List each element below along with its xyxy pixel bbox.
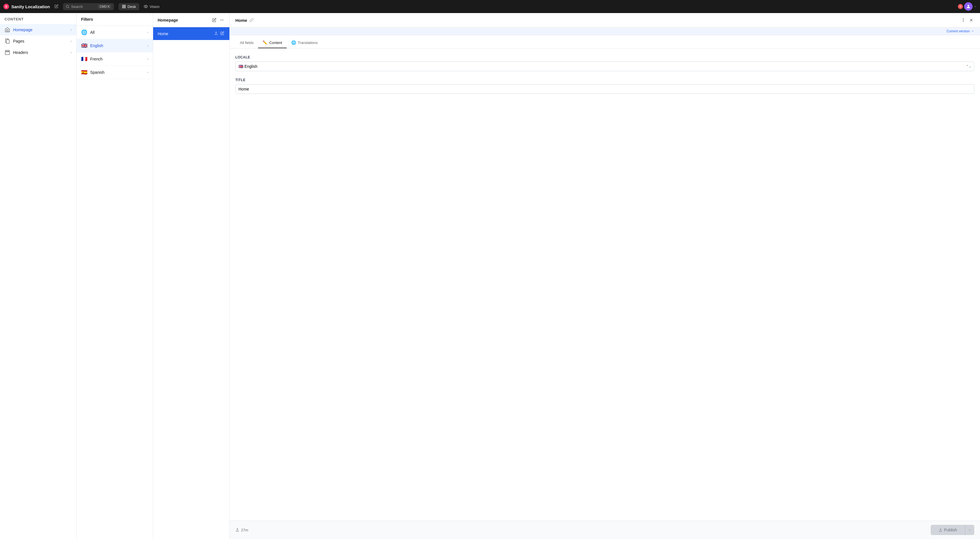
main-layout: Content Homepage › Pages › Headers › Fil… xyxy=(0,13,980,539)
edit-icon-button[interactable] xyxy=(53,3,60,10)
filter-english-label: English xyxy=(90,43,144,48)
editor-header: Home xyxy=(230,13,980,27)
doc-home-label: Home xyxy=(158,32,211,36)
tab-vision[interactable]: Vision xyxy=(140,3,163,10)
sidebar-item-homepage[interactable]: Homepage › xyxy=(0,24,76,35)
sidebar-headers-label: Headers xyxy=(13,50,68,55)
doc-list-more-button[interactable] xyxy=(219,17,225,23)
filter-item-spanish[interactable]: 🇪🇸 Spanish › xyxy=(76,66,153,79)
editor-form: Locale 🇬🇧 English 🇫🇷 French 🇪🇸 Spanish ⌃… xyxy=(230,48,980,521)
doc-publish-icon-button[interactable] xyxy=(213,30,219,37)
editor-footer: 27m Publish xyxy=(230,521,980,539)
more-vertical-icon xyxy=(961,18,966,22)
flag-french: 🇫🇷 xyxy=(81,56,88,62)
sanity-logo-icon: S xyxy=(3,4,9,10)
editor-panel: Home Current version All fields ✏️ xyxy=(230,13,980,539)
filter-french-chevron: › xyxy=(147,57,148,61)
flag-english: 🇬🇧 xyxy=(81,43,88,49)
editor-close-button[interactable] xyxy=(968,17,974,23)
filter-item-english[interactable]: 🇬🇧 English › xyxy=(76,39,153,53)
notification-avatar[interactable]: 0 xyxy=(958,2,977,11)
sidebar-pages-label: Pages xyxy=(13,39,68,43)
search-placeholder: Search xyxy=(71,5,83,9)
topnav-right: 0 xyxy=(958,2,977,11)
editor-header-actions xyxy=(960,17,974,23)
svg-point-14 xyxy=(221,19,222,21)
chevron-up-icon xyxy=(971,30,974,33)
doc-list-actions xyxy=(211,17,225,23)
version-label: Current version xyxy=(947,29,970,33)
document-list-panel: Homepage Home xyxy=(153,13,230,539)
svg-point-18 xyxy=(963,21,964,22)
chevron-down-publish-icon xyxy=(968,528,972,532)
filter-item-french[interactable]: 🇫🇷 French › xyxy=(76,53,153,66)
close-icon xyxy=(969,18,974,22)
sidebar-pages-chevron: › xyxy=(71,39,72,43)
filter-french-label: French xyxy=(90,57,144,61)
publish-arrow-button[interactable] xyxy=(965,525,974,535)
svg-point-15 xyxy=(223,19,224,21)
pages-icon xyxy=(5,38,10,44)
locale-select[interactable]: 🇬🇧 English 🇫🇷 French 🇪🇸 Spanish xyxy=(235,62,974,71)
publish-button-group: Publish xyxy=(931,525,974,535)
locale-select-wrapper: 🇬🇧 English 🇫🇷 French 🇪🇸 Spanish ⌃⌄ xyxy=(235,62,974,71)
tab-desk[interactable]: Desk xyxy=(119,3,140,10)
tab-all-fields-label: All fields xyxy=(240,41,253,45)
doc-item-home[interactable]: Home xyxy=(153,27,229,40)
topnav-tabs: Desk Vision xyxy=(119,3,163,10)
filters-header: Filters xyxy=(76,13,153,26)
filter-spanish-chevron: › xyxy=(147,70,148,74)
svg-rect-5 xyxy=(123,7,124,8)
sidebar-homepage-label: Homepage xyxy=(13,27,68,32)
svg-point-7 xyxy=(145,6,146,7)
edit-icon xyxy=(212,18,216,22)
pencil-icon xyxy=(220,31,224,35)
publish-button[interactable]: Publish xyxy=(931,525,965,535)
search-icon xyxy=(66,5,70,8)
flag-spanish: 🇪🇸 xyxy=(81,69,88,75)
home-icon xyxy=(5,27,10,33)
locale-label: Locale xyxy=(235,55,974,59)
doc-item-actions xyxy=(213,30,225,37)
sidebar-headers-chevron: › xyxy=(71,51,72,54)
tab-content-label: Content xyxy=(269,41,282,45)
user-avatar[interactable] xyxy=(964,2,973,11)
more-dots-icon xyxy=(220,18,224,22)
svg-rect-12 xyxy=(5,52,10,55)
sidebar-item-headers[interactable]: Headers › xyxy=(0,47,76,58)
title-input[interactable] xyxy=(235,84,974,94)
svg-rect-11 xyxy=(5,51,10,51)
sidebar: Content Homepage › Pages › Headers › xyxy=(0,13,76,539)
filter-all-label: All xyxy=(90,30,144,35)
brand-label: Sanity Localization xyxy=(11,4,50,9)
editor-title-text: Home xyxy=(235,18,247,23)
editor-tab-bar: All fields ✏️ Content 🌐 Translations xyxy=(230,37,980,48)
svg-point-8 xyxy=(967,5,969,6)
doc-list-header: Homepage xyxy=(153,13,229,27)
doc-list-edit-button[interactable] xyxy=(211,17,217,23)
svg-point-17 xyxy=(963,20,964,21)
footer-time: 27m xyxy=(241,528,248,532)
search-shortcut: CMD K xyxy=(98,5,111,8)
upload-status-icon xyxy=(235,528,239,532)
filter-item-all[interactable]: 🌐 All › xyxy=(76,26,153,39)
headers-icon xyxy=(5,49,10,55)
svg-rect-10 xyxy=(6,40,10,43)
vision-icon xyxy=(144,5,148,8)
tab-all-fields[interactable]: All fields xyxy=(235,37,258,48)
search-bar[interactable]: Search CMD K xyxy=(63,3,114,10)
brand: S Sanity Localization xyxy=(3,4,50,10)
svg-point-2 xyxy=(66,5,68,8)
tab-translations[interactable]: 🌐 Translations xyxy=(287,37,322,48)
doc-edit-icon-button[interactable] xyxy=(220,30,225,37)
sidebar-item-pages[interactable]: Pages › xyxy=(0,35,76,47)
desk-icon xyxy=(122,5,126,8)
editor-more-button[interactable] xyxy=(960,17,966,23)
svg-rect-4 xyxy=(124,5,125,6)
flag-all: 🌐 xyxy=(81,29,88,35)
tab-content[interactable]: ✏️ Content xyxy=(258,37,287,48)
version-bar: Current version xyxy=(230,27,980,35)
chevron-down-icon xyxy=(974,5,977,8)
doc-list-title: Homepage xyxy=(158,18,178,22)
tab-translations-label: Translations xyxy=(298,41,318,45)
